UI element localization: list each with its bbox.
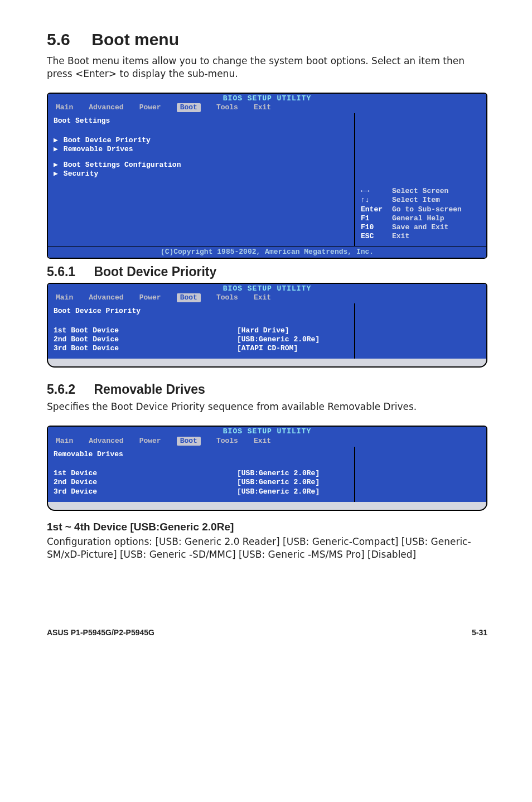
bios-tab-tools[interactable]: Tools	[216, 437, 238, 446]
section-title-text: Boot menu	[91, 30, 179, 49]
triangle-right-icon: ▶	[54, 170, 58, 178]
bios-tab-power[interactable]: Power	[139, 103, 161, 112]
bios-row-1st-device[interactable]: 1st Device[USB:Generic 2.0Re]	[54, 469, 349, 478]
hint-action: Exit	[392, 232, 409, 241]
subsection-heading: 5.6.2 Removable Drives	[47, 382, 487, 397]
option-heading: 1st ~ 4th Device [USB:Generic 2.0Re]	[47, 521, 487, 533]
hint-action: Save and Exit	[392, 223, 448, 232]
bios-util-title: BIOS SETUP UTILITY	[48, 427, 486, 436]
section-intro: The Boot menu items allow you to change …	[47, 55, 487, 80]
triangle-right-icon: ▶	[54, 136, 58, 145]
bios-item-security[interactable]: ▶Security	[54, 170, 349, 178]
bios-panel-title: Boot Settings	[54, 117, 349, 125]
bios-tab-power[interactable]: Power	[139, 293, 161, 302]
bios-item-label: Boot Device Priority	[64, 136, 349, 145]
bios-panel-title: Boot Device Priority	[54, 307, 349, 316]
bios-item-label: Security	[64, 170, 349, 178]
triangle-right-icon: ▶	[54, 161, 58, 170]
bios-row-label: 3rd Device	[54, 487, 237, 496]
bios-tab-main[interactable]: Main	[56, 293, 73, 302]
bios-row-label: 2nd Boot Device	[54, 335, 237, 344]
bios-row-value: [USB:Generic 2.0Re]	[237, 478, 349, 487]
bios-row-2nd-device[interactable]: 2nd Device[USB:Generic 2.0Re]	[54, 478, 349, 487]
bios-tab-main[interactable]: Main	[56, 103, 73, 112]
bios-hints: ←→Select Screen ↑↓Select Item EnterGo to…	[361, 187, 481, 241]
bios-row-value: [Hard Drive]	[237, 326, 349, 335]
bios-util-title: BIOS SETUP UTILITY	[48, 94, 486, 103]
bios-item-boot-device-priority[interactable]: ▶Boot Device Priority	[54, 136, 349, 145]
hint-key: ESC	[361, 232, 392, 241]
bios-row-3rd-boot-device[interactable]: 3rd Boot Device[ATAPI CD-ROM]	[54, 344, 349, 353]
bios-row-value: [ATAPI CD-ROM]	[237, 344, 349, 353]
bios-menu-bar: Main Advanced Power Boot Tools Exit	[48, 437, 486, 447]
bios-row-label: 1st Device	[54, 469, 237, 478]
bios-tab-exit[interactable]: Exit	[254, 103, 271, 112]
bios-row-1st-boot-device[interactable]: 1st Boot Device[Hard Drive]	[54, 326, 349, 335]
section-number: 5.6	[47, 30, 87, 49]
bios-tab-power[interactable]: Power	[139, 437, 161, 446]
section-heading: 5.6 Boot menu	[47, 30, 487, 49]
bios-screenshot-boot-device-priority: BIOS SETUP UTILITY Main Advanced Power B…	[47, 283, 487, 368]
bios-tab-tools[interactable]: Tools	[216, 293, 238, 302]
hint-key: F1	[361, 214, 392, 223]
bios-row-2nd-boot-device[interactable]: 2nd Boot Device[USB:Generic 2.0Re]	[54, 335, 349, 344]
bios-row-label: 1st Boot Device	[54, 326, 237, 335]
bios-panel-title: Removable Drives	[54, 450, 349, 459]
bios-row-value: [USB:Generic 2.0Re]	[237, 335, 349, 344]
hint-action: Select Screen	[392, 187, 448, 196]
bios-tab-exit[interactable]: Exit	[254, 437, 271, 446]
bios-item-label: Removable Drives	[64, 145, 349, 154]
hint-action: General Help	[392, 214, 444, 223]
bios-item-removable-drives[interactable]: ▶Removable Drives	[54, 145, 349, 154]
bios-row-3rd-device[interactable]: 3rd Device[USB:Generic 2.0Re]	[54, 487, 349, 496]
hint-key: ↑↓	[361, 196, 392, 205]
bios-row-label: 3rd Boot Device	[54, 344, 237, 353]
footer-left: ASUS P1-P5945G/P2-P5945G	[47, 628, 154, 637]
subsection-text: Specifies the Boot Device Priority seque…	[47, 400, 487, 413]
bios-item-label: Boot Settings Configuration	[64, 161, 349, 170]
bios-row-label: 2nd Device	[54, 478, 237, 487]
bios-tab-exit[interactable]: Exit	[254, 293, 271, 302]
subsection-title: Boot Device Priority	[94, 264, 216, 279]
bios-util-title: BIOS SETUP UTILITY	[48, 284, 486, 293]
triangle-right-icon: ▶	[54, 145, 58, 154]
page-footer: ASUS P1-P5945G/P2-P5945G 5-31	[47, 628, 487, 637]
hint-key: F10	[361, 223, 392, 232]
hint-action: Select Item	[392, 196, 440, 205]
hint-key: ←→	[361, 187, 392, 196]
bios-copyright: (C)Copyright 1985-2002, American Megatre…	[48, 246, 486, 258]
bios-tab-main[interactable]: Main	[56, 437, 73, 446]
bios-screenshot-boot-settings: BIOS SETUP UTILITY Main Advanced Power B…	[47, 93, 487, 259]
bios-tab-advanced[interactable]: Advanced	[89, 437, 123, 446]
bios-row-value: [USB:Generic 2.0Re]	[237, 487, 349, 496]
subsection-number: 5.6.1	[47, 264, 90, 279]
footer-right: 5-31	[472, 628, 487, 637]
bios-tab-advanced[interactable]: Advanced	[89, 293, 123, 302]
bios-tab-boot[interactable]: Boot	[177, 437, 201, 446]
bios-row-value: [USB:Generic 2.0Re]	[237, 469, 349, 478]
bios-screenshot-removable-drives: BIOS SETUP UTILITY Main Advanced Power B…	[47, 426, 487, 511]
bios-tab-advanced[interactable]: Advanced	[89, 103, 123, 112]
bios-menu-bar: Main Advanced Power Boot Tools Exit	[48, 103, 486, 113]
hint-action: Go to Sub-screen	[392, 205, 462, 214]
bios-tab-tools[interactable]: Tools	[216, 103, 238, 112]
hint-key: Enter	[361, 205, 392, 214]
subsection-title: Removable Drives	[94, 382, 205, 397]
option-text: Configuration options: [USB: Generic 2.0…	[47, 535, 487, 561]
bios-item-boot-settings-config[interactable]: ▶Boot Settings Configuration	[54, 161, 349, 170]
bios-tab-boot[interactable]: Boot	[177, 103, 201, 112]
bios-tab-boot[interactable]: Boot	[177, 293, 201, 302]
bios-menu-bar: Main Advanced Power Boot Tools Exit	[48, 293, 486, 303]
subsection-number: 5.6.2	[47, 382, 90, 397]
subsection-heading: 5.6.1 Boot Device Priority	[47, 264, 487, 279]
